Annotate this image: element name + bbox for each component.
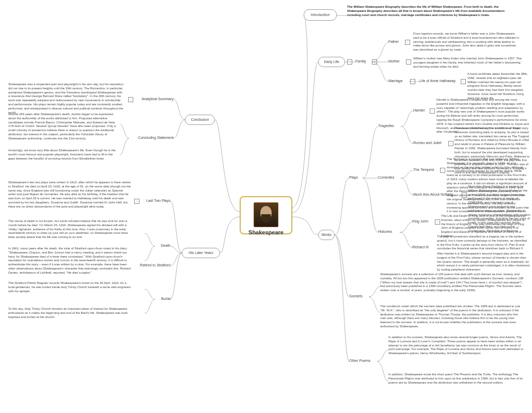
sonnets-node[interactable]: Sonnets <box>349 294 363 299</box>
shakespeare-portrait <box>254 202 278 227</box>
last-two-plays-text: Shakespeare's last two plays were writte… <box>8 181 131 209</box>
marriage-text: A bond certificate dated November the 28… <box>467 72 529 101</box>
death-node[interactable]: Death <box>155 244 170 248</box>
collapse-icon[interactable]: - <box>128 97 133 102</box>
analytical-summary-node[interactable]: Analytical Summary <box>133 97 174 102</box>
king-john-node[interactable]: King John <box>412 219 428 224</box>
analytical-summary-text: Shakespeare was a respected poet and pla… <box>8 83 124 115</box>
family-node[interactable]: Family <box>355 59 366 64</box>
collapse-icon[interactable]: - <box>347 59 352 65</box>
later-years-label: His Later Years <box>189 251 213 256</box>
anne-hathaway-node[interactable]: Life of Anne Hathaway <box>419 79 456 84</box>
collapse-icon[interactable]: - <box>440 168 445 173</box>
other-poems-node[interactable]: Other Poems <box>349 359 370 363</box>
root-node[interactable]: Shakespeare <box>240 196 292 234</box>
collapse-icon[interactable]: - <box>435 219 440 225</box>
mother-node[interactable]: Mother <box>388 59 400 64</box>
histories-node[interactable]: Histories <box>378 230 392 234</box>
richard-text: After Hamlet it is Shakespeare's second … <box>437 252 530 272</box>
works-node[interactable]: Works <box>318 230 335 240</box>
collapse-icon[interactable]: - <box>462 193 467 198</box>
burial-text-a: The Stratford Parish Register records Sh… <box>8 281 131 293</box>
collapse-icon[interactable]: - <box>461 79 466 84</box>
father-node[interactable]: Father <box>388 40 399 44</box>
collapse-icon[interactable]: - <box>372 59 377 65</box>
mother-text: William's mother was Mary Arden who marr… <box>413 57 522 69</box>
introduction-node[interactable]: Introduction <box>304 9 337 21</box>
concluding-text-a: Around 230 years after Shakespeare's dea… <box>8 113 120 141</box>
collapse-icon[interactable]: - <box>448 141 453 146</box>
mindmap-canvas[interactable]: Shakespeare Introduction The William Sha… <box>0 0 532 413</box>
collapse-icon[interactable]: - <box>405 40 410 45</box>
collapse-icon[interactable]: - <box>430 108 435 114</box>
richard-node[interactable]: Richard III <box>412 245 429 250</box>
plays-node[interactable]: Plays <box>349 176 358 180</box>
concluding-text-b: Amazingly, we know very little about Sha… <box>8 149 120 161</box>
later-years-node[interactable]: His Later Years <box>182 248 220 258</box>
hamlet-node[interactable]: Hamlet <box>413 108 425 113</box>
sonnets-text-b: The conditions under which the sonnets w… <box>380 305 525 329</box>
tragedies-node[interactable]: Tragedies <box>378 124 394 129</box>
tempest-node[interactable]: The Tempest <box>413 168 434 172</box>
death-text-b: In 1661, many years after his death, the… <box>8 247 131 275</box>
marriage-node[interactable]: Marriage <box>388 79 403 84</box>
collapse-icon[interactable]: - <box>410 79 415 84</box>
burial-node[interactable]: Burial <box>155 297 170 301</box>
father-text: From baptism records, we know William's … <box>413 32 522 52</box>
retired-node[interactable]: Retired to Stratford <box>130 263 170 268</box>
death-text-a: The cause of death is not known, but som… <box>8 219 131 240</box>
conclusion-node[interactable]: Conclusion <box>185 115 215 125</box>
much-ado-node[interactable]: Much Ado About Nothing <box>413 193 453 197</box>
comedies-node[interactable]: Comedies <box>378 176 395 180</box>
collapse-icon[interactable]: - <box>134 199 139 204</box>
sonnets-text-a: Shakespeare's sonnets are a collection o… <box>380 273 525 293</box>
early-life-label: Early Life <box>324 60 339 65</box>
other-poems-text-a: In addition to his sonnets, Shakespeare … <box>388 336 528 356</box>
concluding-statement-node[interactable]: Concluding Statement <box>129 136 174 140</box>
root-label: Shakespeare <box>241 229 291 236</box>
romeo-node[interactable]: Romeo and Juliet <box>413 141 441 146</box>
collapse-icon[interactable]: - <box>406 59 411 65</box>
introduction-label: Introduction <box>311 13 330 18</box>
conclusion-label: Conclusion <box>191 118 209 122</box>
burial-text-b: To this day, Holy Trinity Church remains… <box>8 307 131 319</box>
early-life-node[interactable]: Early Life <box>318 57 345 67</box>
works-label: Works <box>321 233 332 237</box>
other-poems-text-b: In addition, Shakespeare wrote the short… <box>388 373 528 385</box>
last-two-plays-node[interactable]: Last Two Plays <box>139 199 170 203</box>
introduction-text: The William Shakespeare Biography descri… <box>347 5 512 17</box>
richard-main-text: The play is sometimes classified as a tr… <box>437 235 530 251</box>
